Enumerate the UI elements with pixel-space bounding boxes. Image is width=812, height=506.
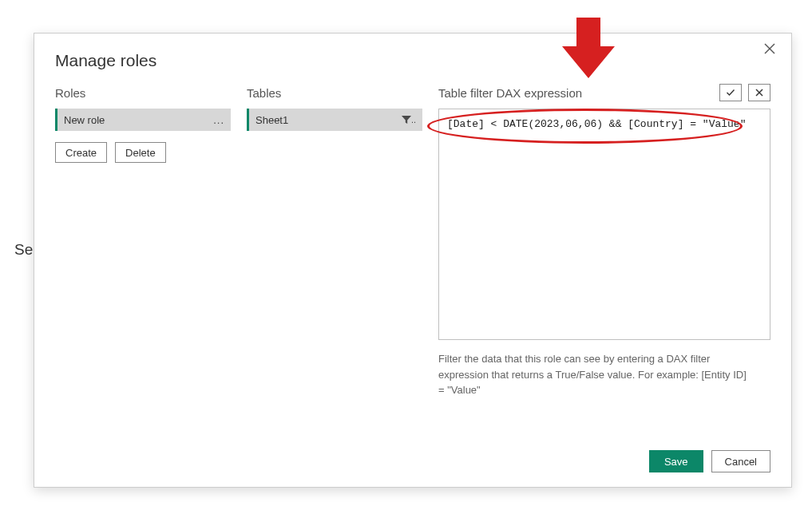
delete-role-button[interactable]: Delete: [115, 142, 166, 163]
roles-column: Roles New role ... Create Delete: [55, 83, 231, 398]
table-item[interactable]: Sheet1 ..: [247, 109, 422, 131]
role-item-label: New role: [64, 114, 105, 126]
cancel-button[interactable]: Cancel: [711, 450, 770, 472]
dialog-title: Manage roles: [55, 51, 770, 70]
background-partial-text: Se: [14, 241, 33, 259]
manage-roles-dialog: Manage roles Roles New role ... Create D…: [34, 33, 792, 488]
dax-confirm-button[interactable]: [719, 84, 742, 101]
tables-header: Tables: [247, 83, 422, 102]
create-role-button[interactable]: Create: [55, 142, 107, 163]
role-item[interactable]: New role ...: [55, 109, 231, 131]
tables-column: Tables Sheet1 ..: [247, 83, 422, 398]
save-button[interactable]: Save: [649, 450, 703, 472]
dax-column: Table filter DAX expression Filter the d…: [438, 83, 770, 398]
dax-cancel-button[interactable]: [748, 84, 770, 101]
table-item-label: Sheet1: [255, 114, 288, 126]
filter-icon[interactable]: ..: [401, 114, 416, 125]
close-button[interactable]: [764, 43, 780, 59]
role-item-more-icon[interactable]: ...: [213, 114, 224, 126]
dax-hint-text: Filter the data that this role can see b…: [438, 351, 750, 398]
dax-expression-input[interactable]: [438, 109, 770, 340]
roles-header: Roles: [55, 83, 231, 102]
dax-header: Table filter DAX expression: [438, 86, 582, 100]
